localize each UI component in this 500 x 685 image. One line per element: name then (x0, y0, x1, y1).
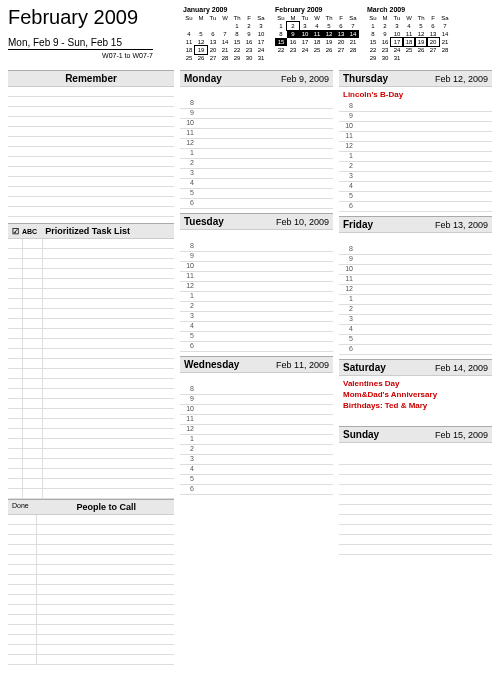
day-events[interactable] (339, 233, 492, 245)
hour-row[interactable]: 2 (339, 162, 492, 172)
day-block-thu: ThursdayFeb 12, 2009Lincoln's B-Day89101… (339, 70, 492, 212)
hour-label: 1 (341, 295, 353, 302)
day-block-wed: WednesdayFeb 11, 200989101112123456 (180, 356, 333, 495)
day-events[interactable] (180, 87, 333, 99)
hour-row[interactable]: 8 (180, 242, 333, 252)
hour-row[interactable]: 5 (180, 475, 333, 485)
hour-row[interactable]: 3 (339, 172, 492, 182)
hour-label: 12 (182, 425, 194, 432)
page-title: February 2009 (8, 6, 183, 29)
day-name: Monday (184, 73, 222, 84)
hour-row[interactable]: 12 (180, 282, 333, 292)
remember-label: Remember (65, 73, 117, 84)
mini-calendars: January 2009SuMTuWThFSa12345678910111213… (183, 6, 451, 62)
hour-row[interactable]: 12 (339, 142, 492, 152)
hour-label: 11 (182, 129, 194, 136)
day-events[interactable]: Lincoln's B-Day (339, 87, 492, 102)
hour-row[interactable]: 11 (180, 272, 333, 282)
hour-row[interactable]: 3 (339, 315, 492, 325)
hour-row[interactable]: 4 (180, 465, 333, 475)
week-code: W07-1 to W07-7 (8, 52, 153, 59)
hour-label: 12 (182, 282, 194, 289)
hour-row[interactable]: 12 (339, 285, 492, 295)
hour-row[interactable]: 6 (180, 485, 333, 495)
hour-row[interactable]: 1 (180, 435, 333, 445)
hour-row[interactable]: 11 (180, 415, 333, 425)
sunday-lines[interactable] (339, 455, 492, 561)
hour-row[interactable]: 4 (180, 179, 333, 189)
hour-row[interactable]: 6 (339, 202, 492, 212)
remember-lines[interactable] (8, 87, 174, 223)
hour-row[interactable]: 1 (180, 149, 333, 159)
planner-page: February 2009 Mon, Feb 9 - Sun, Feb 15 W… (0, 0, 500, 671)
day-events[interactable] (339, 443, 492, 455)
hour-row[interactable]: 1 (339, 295, 492, 305)
hour-row[interactable]: 10 (339, 265, 492, 275)
day-events[interactable] (180, 230, 333, 242)
hour-row[interactable]: 8 (339, 245, 492, 255)
hour-label: 2 (182, 302, 194, 309)
hour-row[interactable]: 4 (339, 325, 492, 335)
hour-row[interactable]: 5 (180, 332, 333, 342)
day-name: Tuesday (184, 216, 224, 227)
day-block-mon: MondayFeb 9, 200989101112123456 (180, 70, 333, 209)
hour-label: 4 (182, 322, 194, 329)
day-date: Feb 12, 2009 (435, 74, 488, 84)
hour-row[interactable]: 2 (180, 445, 333, 455)
hour-row[interactable]: 8 (180, 99, 333, 109)
hour-row[interactable]: 8 (339, 102, 492, 112)
hour-row[interactable]: 2 (339, 305, 492, 315)
day-name: Friday (343, 219, 373, 230)
hour-row[interactable]: 6 (180, 199, 333, 209)
hour-grid[interactable]: 89101112123456 (339, 102, 492, 212)
hour-row[interactable]: 9 (339, 255, 492, 265)
hour-row[interactable]: 11 (339, 275, 492, 285)
hour-label: 11 (182, 415, 194, 422)
people-lines[interactable] (8, 515, 174, 665)
hour-row[interactable]: 3 (180, 312, 333, 322)
hour-row[interactable]: 2 (180, 302, 333, 312)
hour-row[interactable]: 9 (180, 252, 333, 262)
hour-row[interactable]: 5 (339, 192, 492, 202)
hour-grid[interactable]: 89101112123456 (180, 385, 333, 495)
hour-grid[interactable]: 89101112123456 (339, 245, 492, 355)
hour-row[interactable]: 10 (180, 119, 333, 129)
hour-label: 11 (341, 275, 353, 282)
hour-row[interactable]: 4 (339, 182, 492, 192)
hour-label: 8 (182, 99, 194, 106)
hour-label: 1 (341, 152, 353, 159)
day-name: Wednesday (184, 359, 239, 370)
hour-grid[interactable]: 89101112123456 (180, 242, 333, 352)
day-events[interactable] (180, 373, 333, 385)
hour-row[interactable]: 6 (180, 342, 333, 352)
hour-row[interactable]: 5 (339, 335, 492, 345)
task-lines[interactable] (8, 239, 174, 499)
hour-row[interactable]: 3 (180, 455, 333, 465)
hour-row[interactable]: 5 (180, 189, 333, 199)
hour-row[interactable]: 3 (180, 169, 333, 179)
hour-row[interactable]: 1 (180, 292, 333, 302)
hour-label: 10 (341, 122, 353, 129)
hour-row[interactable]: 1 (339, 152, 492, 162)
hour-row[interactable]: 10 (339, 122, 492, 132)
hour-row[interactable]: 10 (180, 262, 333, 272)
hour-label: 4 (341, 182, 353, 189)
hour-row[interactable]: 6 (339, 345, 492, 355)
hour-row[interactable]: 4 (180, 322, 333, 332)
hour-row[interactable]: 9 (180, 109, 333, 119)
hour-label: 5 (182, 189, 194, 196)
day-block-sat: SaturdayFeb 14, 2009Valentines DayMom&Da… (339, 359, 492, 422)
hour-row[interactable]: 11 (339, 132, 492, 142)
hour-row[interactable]: 10 (180, 405, 333, 415)
hour-row[interactable]: 12 (180, 139, 333, 149)
hour-row[interactable]: 8 (180, 385, 333, 395)
hour-label: 6 (182, 199, 194, 206)
hour-label: 3 (341, 172, 353, 179)
hour-row[interactable]: 9 (339, 112, 492, 122)
hour-row[interactable]: 9 (180, 395, 333, 405)
hour-grid[interactable]: 89101112123456 (180, 99, 333, 209)
hour-row[interactable]: 11 (180, 129, 333, 139)
hour-row[interactable]: 2 (180, 159, 333, 169)
hour-row[interactable]: 12 (180, 425, 333, 435)
day-events[interactable]: Valentines DayMom&Dad's AnniversaryBirth… (339, 376, 492, 422)
